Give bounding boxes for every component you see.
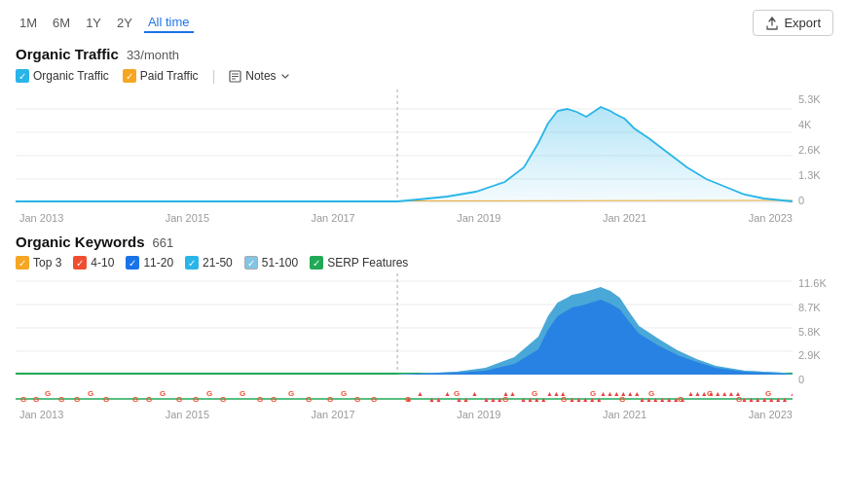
kw-y-label-4: 0 <box>798 374 833 385</box>
legend-top3-label: Top 3 <box>33 256 61 270</box>
export-icon <box>765 17 779 30</box>
kw-y-label-2: 5.8K <box>798 326 833 338</box>
serp-checkbox[interactable]: ✓ <box>310 256 323 270</box>
legend-21-50[interactable]: ✓ 21-50 <box>185 256 233 270</box>
legend-organic[interactable]: ✓ Organic Traffic <box>16 69 109 83</box>
top-bar: 1M 6M 1Y 2Y All time Export <box>16 10 833 36</box>
kw-x-label-5: Jan 2023 <box>749 409 793 420</box>
organic-traffic-chart: 5.3K 4K 2.6K 1.3K 0 <box>16 90 833 206</box>
organic-traffic-title: Organic Traffic <box>16 46 119 62</box>
y-label-1: 4K <box>798 119 833 130</box>
legend-51-100[interactable]: ✓ 51-100 <box>244 256 298 270</box>
keywords-chart: 11.6K 8.7K 5.8K 2.9K 0 <box>16 273 833 385</box>
legend-4-10-label: 4-10 <box>91 256 114 270</box>
organic-keywords-section: Organic Keywords 661 ✓ Top 3 ✓ 4-10 ✓ 11… <box>16 234 833 420</box>
legend-4-10[interactable]: ✓ 4-10 <box>73 256 114 270</box>
export-button[interactable]: Export <box>753 10 833 36</box>
legend-divider: | <box>212 68 216 84</box>
legend-11-20[interactable]: ✓ 11-20 <box>126 256 173 270</box>
legend-21-50-label: 21-50 <box>203 256 233 270</box>
organic-keywords-title: Organic Keywords <box>16 234 145 250</box>
serp-row: GG GG GG G GG G G GG G G GG G G GG G G <box>16 389 793 407</box>
y-label-3: 1.3K <box>798 169 833 181</box>
time-filter-1y[interactable]: 1Y <box>82 14 105 32</box>
x-label-2: Jan 2017 <box>311 212 354 224</box>
x-label-5: Jan 2023 <box>749 212 793 224</box>
legend-serp-label: SERP Features <box>327 256 408 270</box>
keywords-y-axis: 11.6K 8.7K 5.8K 2.9K 0 <box>793 273 833 385</box>
top3-checkbox[interactable]: ✓ <box>16 256 29 270</box>
time-filters: 1M 6M 1Y 2Y All time <box>16 13 194 33</box>
organic-keywords-header: Organic Keywords 661 <box>16 234 833 250</box>
4-10-checkbox[interactable]: ✓ <box>73 256 87 270</box>
x-label-3: Jan 2019 <box>457 212 500 224</box>
keywords-legend: ✓ Top 3 ✓ 4-10 ✓ 11-20 ✓ 21-50 ✓ 51-100 … <box>16 256 833 270</box>
traffic-x-axis: Jan 2013 Jan 2015 Jan 2017 Jan 2019 Jan … <box>16 210 833 224</box>
svg-text:GG
          GG
          GG
 : GG GG GG G GG G G GG G G GG G G GG G G <box>20 389 377 404</box>
kw-y-label-3: 2.9K <box>798 349 833 361</box>
x-label-1: Jan 2015 <box>166 212 209 224</box>
legend-51-100-label: 51-100 <box>262 256 298 270</box>
kw-x-label-0: Jan 2013 <box>19 409 63 420</box>
traffic-y-axis: 5.3K 4K 2.6K 1.3K 0 <box>793 90 833 206</box>
kw-y-label-0: 11.6K <box>798 277 833 289</box>
time-filter-6m[interactable]: 6M <box>49 14 74 32</box>
time-filter-1m[interactable]: 1M <box>16 14 41 32</box>
legend-paid[interactable]: ✓ Paid Traffic <box>123 69 199 83</box>
y-label-2: 2.6K <box>798 144 833 156</box>
kw-x-label-2: Jan 2017 <box>311 409 354 420</box>
kw-y-label-1: 8.7K <box>798 302 833 313</box>
x-label-4: Jan 2021 <box>603 212 646 224</box>
notes-label: Notes <box>245 69 276 83</box>
organic-keywords-count: 661 <box>153 235 174 250</box>
21-50-checkbox[interactable]: ✓ <box>185 256 199 270</box>
legend-serp[interactable]: ✓ SERP Features <box>310 256 408 270</box>
legend-top3[interactable]: ✓ Top 3 <box>16 256 61 270</box>
kw-x-label-4: Jan 2021 <box>603 409 646 420</box>
kw-x-label-1: Jan 2015 <box>166 409 209 420</box>
kw-x-label-3: Jan 2019 <box>457 409 500 420</box>
organic-checkbox[interactable]: ✓ <box>16 69 29 83</box>
paid-checkbox[interactable]: ✓ <box>123 69 136 83</box>
11-20-checkbox[interactable]: ✓ <box>126 256 139 270</box>
svg-text:▲▲▲▲
          ▲▲▲▲
          : ▲▲▲▲ ▲▲▲▲ ▲▲▲▲▲ ▲▲▲▲▲▲▲ ▲▲▲▲▲ ▲▲▲▲▲▲ ▲▲▲… <box>405 390 793 403</box>
y-label-0: 5.3K <box>798 93 833 105</box>
legend-paid-label: Paid Traffic <box>140 69 199 83</box>
time-filter-2y[interactable]: 2Y <box>113 14 136 32</box>
time-filter-all[interactable]: All time <box>144 13 194 33</box>
organic-traffic-header: Organic Traffic 33/month <box>16 46 833 62</box>
organic-traffic-svg <box>16 90 793 206</box>
chevron-down-icon <box>280 71 290 81</box>
organic-traffic-count: 33/month <box>127 48 179 62</box>
51-100-checkbox[interactable]: ✓ <box>244 256 258 270</box>
organic-traffic-legend: ✓ Organic Traffic ✓ Paid Traffic | Notes <box>16 68 833 84</box>
notes-icon <box>229 70 241 83</box>
keywords-svg <box>16 273 793 385</box>
y-label-4: 0 <box>798 195 833 206</box>
notes-button[interactable]: Notes <box>229 69 289 83</box>
legend-organic-label: Organic Traffic <box>33 69 109 83</box>
keywords-x-axis: Jan 2013 Jan 2015 Jan 2017 Jan 2019 Jan … <box>16 407 833 420</box>
serp-icons-svg: GG GG GG G GG G G GG G G GG G G GG G G <box>16 389 793 407</box>
legend-11-20-label: 11-20 <box>143 256 173 270</box>
x-label-0: Jan 2013 <box>19 212 63 224</box>
